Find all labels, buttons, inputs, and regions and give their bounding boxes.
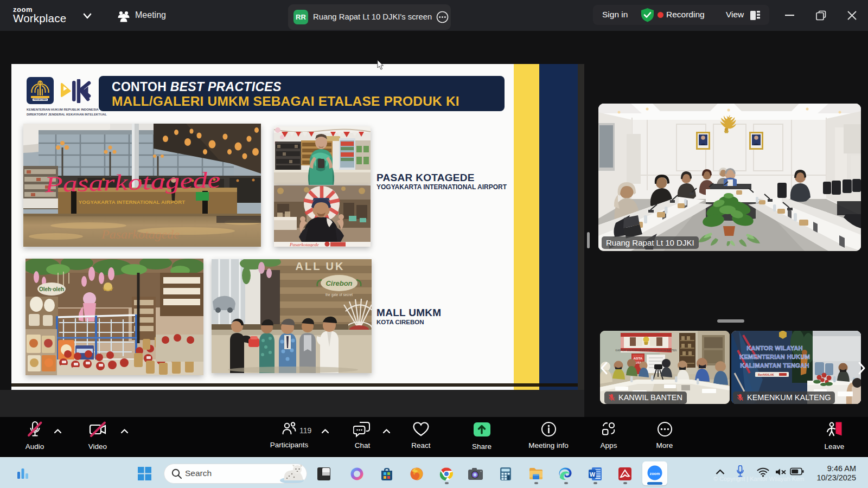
svg-text:ASTA: ASTA (634, 356, 643, 360)
svg-text:Pasarkotagede: Pasarkotagede (43, 167, 221, 197)
svg-text:Pasarkotagede: Pasarkotagede (101, 227, 180, 241)
svg-text:ALL UK: ALL UK (296, 260, 345, 272)
svg-text:Cirebon: Cirebon (326, 279, 352, 287)
svg-text:KEMENTERIAN HUKUM: KEMENTERIAN HUKUM (739, 354, 810, 360)
svg-text:the gate of secret: the gate of secret (326, 293, 353, 297)
svg-text:KANTOR WILAYAH KEMENTERIAN HUK: KANTOR WILAYAH KEMENTERIAN HUKUM BANTEN (616, 349, 677, 352)
svg-text:YOGYAKARTA INTERNATIONAL AIRPO: YOGYAKARTA INTERNATIONAL AIRPORT (79, 199, 185, 205)
svg-text:Pasarkotagede: Pasarkotagede (289, 242, 319, 247)
svg-text:PENGAYOMAN: PENGAYOMAN (34, 99, 47, 101)
svg-text:zoom: zoom (650, 471, 660, 476)
svg-text:Oleh·oleh: Oleh·oleh (39, 286, 64, 292)
svg-text:KALIMANTAN TENGAH: KALIMANTAN TENGAH (740, 362, 809, 369)
svg-text:KANTOR WILAYAH: KANTOR WILAYAH (746, 345, 803, 351)
svg-text:W: W (590, 471, 596, 478)
svg-text:BerAKHLAK: BerAKHLAK (758, 373, 774, 376)
